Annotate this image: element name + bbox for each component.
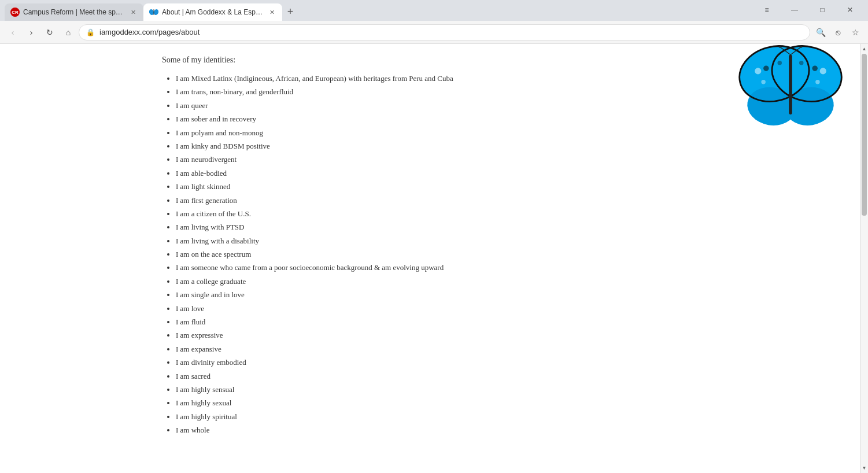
- identity-item-22: I am sacred: [176, 369, 837, 383]
- identity-item-9: I am first generation: [176, 194, 837, 207]
- svg-point-20: [761, 80, 766, 84]
- identity-item-19: I am expressive: [176, 328, 837, 342]
- search-icon[interactable]: 🔍: [812, 24, 829, 40]
- identity-item-11: I am living with PTSD: [176, 220, 837, 234]
- svg-point-7: [763, 66, 769, 71]
- title-bar: CR Campus Reform | Meet the spel... ✕ Ab…: [0, 0, 868, 21]
- svg-point-21: [815, 80, 820, 84]
- share-icon[interactable]: ⎋: [830, 24, 846, 40]
- content-area: Some of my identities: I am Mixed Latinx…: [0, 44, 860, 473]
- scroll-down-arrow[interactable]: ▼: [860, 463, 869, 473]
- identity-item-15: I am a college graduate: [176, 275, 837, 288]
- identity-item-23: I am highly sensual: [176, 383, 837, 396]
- scroll-up-arrow[interactable]: ▲: [860, 44, 869, 54]
- identity-item-16: I am single and in love: [176, 288, 837, 301]
- tab-campus-reform[interactable]: CR Campus Reform | Meet the spel... ✕: [5, 3, 143, 21]
- identity-item-6: I am neurodivergent: [176, 153, 837, 166]
- identity-item-17: I am love: [176, 302, 837, 315]
- toolbar-right: 🔍 ⎋ ☆: [812, 24, 863, 40]
- identity-item-25: I am highly spiritual: [176, 410, 837, 423]
- home-button[interactable]: ⌂: [60, 24, 76, 40]
- identity-item-21: I am divinity embodied: [176, 356, 837, 369]
- scroll-thumb[interactable]: [862, 54, 867, 216]
- minimize-button[interactable]: ≡: [754, 1, 780, 19]
- butterfly-image: [733, 44, 848, 131]
- svg-point-15: [778, 46, 781, 48]
- identity-item-12: I am living with a disability: [176, 234, 837, 247]
- bookmark-icon[interactable]: ☆: [847, 24, 863, 40]
- tab-campus-reform-title: Campus Reform | Meet the spel...: [23, 8, 125, 16]
- window-controls: ≡ — □ ✕: [754, 1, 863, 21]
- identity-item-8: I am light skinned: [176, 180, 837, 193]
- identity-item-14: I am someone who came from a poor socioe…: [176, 261, 837, 274]
- url-text: iamgoddexx.com/pages/about: [99, 28, 803, 36]
- tab-goddexx-close[interactable]: ✕: [267, 8, 276, 17]
- minimize-button2[interactable]: —: [781, 1, 808, 19]
- scroll-track[interactable]: [860, 54, 868, 463]
- svg-rect-13: [789, 55, 792, 114]
- page-content: Some of my identities: I am Mixed Latinx…: [0, 44, 868, 473]
- forward-button[interactable]: ›: [23, 24, 39, 40]
- identity-item-18: I am fluid: [176, 315, 837, 328]
- tab-goddexx[interactable]: About | Am Goddexx & La Espiri... ✕: [143, 3, 282, 21]
- tab-strip: CR Campus Reform | Meet the spel... ✕ Ab…: [5, 3, 754, 21]
- tab-campus-reform-close[interactable]: ✕: [128, 8, 138, 17]
- identity-item-10: I am a citizen of the U.S.: [176, 207, 837, 220]
- goddexx-favicon: [149, 8, 158, 17]
- refresh-button[interactable]: ↻: [42, 24, 58, 40]
- lock-icon: 🔒: [86, 28, 95, 36]
- new-tab-button[interactable]: +: [282, 3, 298, 20]
- chrome-window: CR Campus Reform | Meet the spel... ✕ Ab…: [0, 0, 868, 473]
- svg-point-17: [800, 46, 803, 48]
- tab-goddexx-title: About | Am Goddexx & La Espiri...: [162, 8, 264, 16]
- maximize-button[interactable]: □: [809, 1, 836, 19]
- scrollbar[interactable]: ▲ ▼: [860, 44, 868, 473]
- svg-point-9: [812, 66, 818, 71]
- identity-item-7: I am able-bodied: [176, 167, 837, 180]
- identity-item-13: I am on the ace spectrum: [176, 247, 837, 261]
- svg-rect-2: [154, 9, 154, 15]
- toolbar: ‹ › ↻ ⌂ 🔒 iamgoddexx.com/pages/about 🔍 ⎋…: [0, 21, 868, 44]
- svg-point-8: [778, 61, 782, 65]
- identity-item-5: I am kinky and BDSM positive: [176, 139, 837, 153]
- identity-item-26: I am whole: [176, 423, 837, 437]
- identity-item-24: I am highly sexual: [176, 396, 837, 409]
- svg-point-18: [755, 68, 761, 74]
- address-bar[interactable]: 🔒 iamgoddexx.com/pages/about: [79, 24, 810, 40]
- identity-item-20: I am expansive: [176, 342, 837, 356]
- svg-point-19: [820, 68, 826, 74]
- svg-point-10: [799, 61, 804, 65]
- campus-reform-favicon: CR: [10, 8, 20, 17]
- close-button[interactable]: ✕: [837, 1, 863, 19]
- back-button[interactable]: ‹: [5, 24, 21, 40]
